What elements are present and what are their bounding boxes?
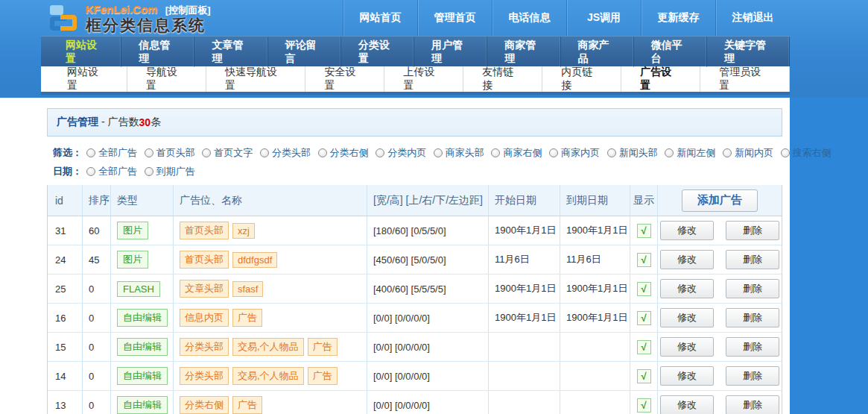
main-nav-item[interactable]: 评论留言 <box>268 37 341 67</box>
display-checkbox[interactable]: √ <box>637 224 651 238</box>
sub-nav-item[interactable]: 导航设置 <box>127 66 206 92</box>
radio-icon[interactable] <box>665 148 674 157</box>
top-nav-item[interactable]: 更新缓存 <box>641 0 715 36</box>
filter-option[interactable]: 商家头部 <box>434 146 484 160</box>
sub-nav-item[interactable]: 快速导航设置 <box>206 66 305 92</box>
top-nav-item[interactable]: JS调用 <box>566 0 641 36</box>
delete-button[interactable]: 删除 <box>726 366 779 386</box>
cell-name: 首页头部 xzj <box>174 216 367 245</box>
filter-option[interactable]: 新闻左侧 <box>665 146 715 160</box>
radio-icon[interactable] <box>723 148 732 157</box>
main-nav-item[interactable]: 商家管理 <box>487 37 560 67</box>
top-nav-item[interactable]: 网站首页 <box>343 0 417 36</box>
filter-option[interactable]: 搜索右侧 <box>781 146 831 160</box>
filter-option[interactable]: 分类头部 <box>260 146 311 160</box>
cell-actions: 修改 删除 <box>658 216 782 245</box>
filter-option-label[interactable]: 搜索右侧 <box>793 146 831 160</box>
modify-button[interactable]: 修改 <box>660 395 714 414</box>
add-ad-button[interactable]: 添加广告 <box>682 189 758 212</box>
main-nav-item[interactable]: 网站设置 <box>48 37 121 67</box>
filter-option[interactable]: 首页头部 <box>145 146 195 160</box>
main-nav-item[interactable]: 分类设置 <box>341 37 414 67</box>
filter-option-label[interactable]: 首页头部 <box>156 146 195 160</box>
top-nav-item[interactable]: 电话信息 <box>492 0 566 36</box>
ad-name-badge: sfasf <box>232 281 263 297</box>
radio-icon[interactable] <box>86 148 95 157</box>
radio-icon[interactable] <box>549 148 558 157</box>
position-filter-row: 筛选： 全部广告 首页头部 首页文字 分类头部 分类右侧 分类内页 <box>47 137 782 162</box>
filter-option-label[interactable]: 全部广告 <box>98 165 137 178</box>
radio-icon[interactable] <box>260 148 269 157</box>
sub-nav-item[interactable]: 友情链接 <box>463 66 542 92</box>
filter-option[interactable]: 新闻头部 <box>607 146 658 160</box>
filter-option[interactable]: 全部广告 <box>86 146 137 160</box>
main-nav-item[interactable]: 信息管理 <box>121 37 194 67</box>
filter-option-label[interactable]: 到期广告 <box>156 165 195 178</box>
modify-button[interactable]: 修改 <box>660 221 714 240</box>
delete-button[interactable]: 删除 <box>726 279 779 298</box>
sub-nav-item[interactable]: 网站设置 <box>48 66 127 92</box>
display-checkbox[interactable]: √ <box>637 253 651 267</box>
table-row: 15 0 自由编辑 分类头部 交易,个人物品 广告 <box>48 333 782 362</box>
radio-icon[interactable] <box>86 167 95 176</box>
filter-option[interactable]: 到期广告 <box>145 165 195 178</box>
filter-option-label[interactable]: 分类内页 <box>387 146 426 160</box>
radio-icon[interactable] <box>491 148 500 157</box>
filter-option-label[interactable]: 分类头部 <box>272 146 311 160</box>
radio-icon[interactable] <box>781 148 790 157</box>
filter-option-label[interactable]: 商家右侧 <box>503 146 542 160</box>
delete-button[interactable]: 删除 <box>726 250 779 269</box>
delete-button[interactable]: 删除 <box>726 308 779 327</box>
radio-icon[interactable] <box>145 148 153 157</box>
modify-button[interactable]: 修改 <box>660 279 714 298</box>
filter-option-label[interactable]: 分类右侧 <box>330 146 369 160</box>
modify-button[interactable]: 修改 <box>660 250 714 269</box>
filter-option[interactable]: 分类内页 <box>376 146 426 160</box>
filter-option[interactable]: 全部广告 <box>86 165 137 178</box>
modify-button[interactable]: 修改 <box>660 308 714 327</box>
display-checkbox[interactable]: √ <box>637 282 651 296</box>
cell-display: √ <box>630 333 658 361</box>
sub-nav-item[interactable]: 上传设置 <box>384 66 463 92</box>
radio-icon[interactable] <box>202 148 211 157</box>
display-checkbox[interactable]: √ <box>637 311 651 325</box>
display-checkbox[interactable]: √ <box>637 340 651 354</box>
main-nav-item[interactable]: 用户管理 <box>414 37 487 67</box>
filter-option-label[interactable]: 商家内页 <box>561 146 600 160</box>
filter-option[interactable]: 商家右侧 <box>491 146 542 160</box>
filter-option-label[interactable]: 首页文字 <box>214 146 253 160</box>
main-nav-item[interactable]: 关键字管理 <box>707 37 790 67</box>
delete-button[interactable]: 删除 <box>726 395 779 414</box>
filter-option-label[interactable]: 新闻左侧 <box>677 146 715 160</box>
display-checkbox[interactable]: √ <box>637 398 651 413</box>
radio-icon[interactable] <box>376 148 384 157</box>
delete-button[interactable]: 删除 <box>726 337 779 357</box>
radio-icon[interactable] <box>318 148 327 157</box>
filter-option-label[interactable]: 全部广告 <box>98 146 137 160</box>
position-filter-label: 筛选： <box>53 146 82 160</box>
modify-button[interactable]: 修改 <box>660 366 714 386</box>
top-nav-item[interactable]: 管理首页 <box>417 0 492 36</box>
filter-option[interactable]: 商家内页 <box>549 146 600 160</box>
sub-nav-item[interactable]: 内页链接 <box>542 66 621 92</box>
filter-option-label[interactable]: 新闻头部 <box>619 146 658 160</box>
filter-option-label[interactable]: 新闻内页 <box>735 146 773 160</box>
radio-icon[interactable] <box>434 148 443 157</box>
main-nav-item[interactable]: 文章管理 <box>194 37 267 67</box>
sub-nav-item[interactable]: 安全设置 <box>305 66 384 92</box>
filter-option[interactable]: 首页文字 <box>202 146 253 160</box>
filter-option[interactable]: 分类右侧 <box>318 146 369 160</box>
radio-icon[interactable] <box>145 167 153 176</box>
sub-nav-item[interactable]: 管理员设置 <box>700 66 790 92</box>
top-nav-item[interactable]: 注销退出 <box>715 0 790 36</box>
main-nav-item[interactable]: 微信平台 <box>634 37 707 67</box>
filter-section: 筛选： 全部广告 首页头部 首页文字 分类头部 分类右侧 分类内页 <box>47 137 782 185</box>
filter-option-label[interactable]: 商家头部 <box>446 146 484 160</box>
delete-button[interactable]: 删除 <box>726 221 779 240</box>
radio-icon[interactable] <box>607 148 616 157</box>
modify-button[interactable]: 修改 <box>660 337 714 357</box>
main-nav-item[interactable]: 商家产品 <box>561 37 634 67</box>
display-checkbox[interactable]: √ <box>637 369 651 383</box>
filter-option[interactable]: 新闻内页 <box>723 146 773 160</box>
sub-nav-item[interactable]: 广告设置 <box>621 66 700 92</box>
